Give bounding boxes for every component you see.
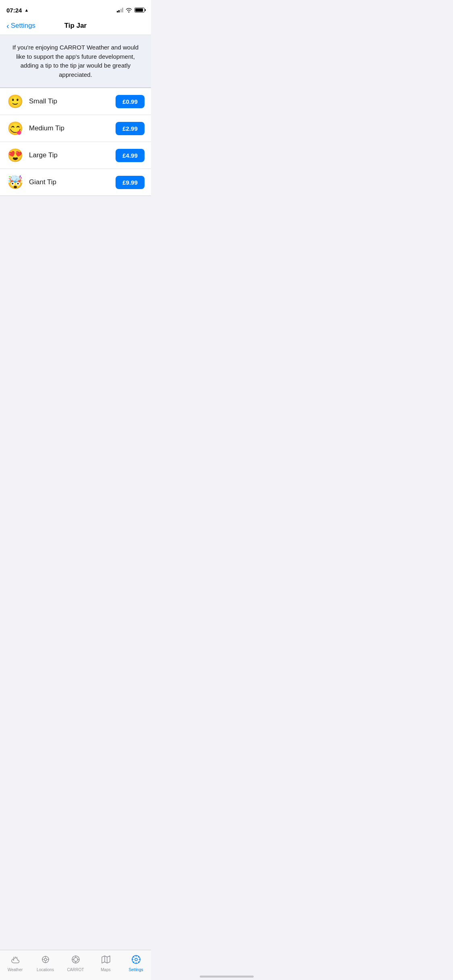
back-chevron-icon: ‹ — [6, 22, 9, 30]
tip-price-medium[interactable]: £2.99 — [116, 122, 145, 135]
content-spacer — [0, 196, 151, 357]
nav-bar: ‹ Settings Tip Jar — [0, 18, 151, 35]
tip-emoji-medium: 😋 — [6, 121, 24, 136]
tip-label-large: Large Tip — [29, 151, 116, 159]
tips-list: 🙂 Small Tip £0.99 😋 Medium Tip £2.99 😍 L… — [0, 88, 151, 196]
tip-price-large[interactable]: £4.99 — [116, 149, 145, 162]
status-time: 07:24 ▲ — [6, 7, 29, 14]
tip-row-medium[interactable]: 😋 Medium Tip £2.99 — [0, 115, 151, 142]
status-bar: 07:24 ▲ — [0, 0, 151, 18]
tip-emoji-large: 😍 — [6, 148, 24, 163]
tip-price-giant[interactable]: £9.99 — [116, 176, 145, 189]
tip-row-large[interactable]: 😍 Large Tip £4.99 — [0, 142, 151, 169]
battery-icon — [134, 8, 145, 12]
back-button[interactable]: ‹ Settings — [6, 22, 35, 30]
tip-emoji-small: 🙂 — [6, 94, 24, 109]
tip-label-small: Small Tip — [29, 97, 116, 105]
wifi-icon — [126, 8, 132, 12]
tip-row-small[interactable]: 🙂 Small Tip £0.99 — [0, 88, 151, 115]
info-banner-text: If you're enjoying CARROT Weather and wo… — [10, 43, 141, 79]
back-label: Settings — [11, 22, 35, 30]
location-icon: ▲ — [24, 8, 29, 12]
status-icons — [117, 8, 145, 12]
tip-label-medium: Medium Tip — [29, 124, 116, 132]
tip-emoji-giant: 🤯 — [6, 175, 24, 190]
tip-row-giant[interactable]: 🤯 Giant Tip £9.99 — [0, 169, 151, 196]
tip-label-giant: Giant Tip — [29, 178, 116, 186]
page-title: Tip Jar — [64, 22, 87, 30]
tip-price-small[interactable]: £0.99 — [116, 95, 145, 108]
info-banner: If you're enjoying CARROT Weather and wo… — [0, 35, 151, 88]
signal-icon — [117, 8, 124, 12]
